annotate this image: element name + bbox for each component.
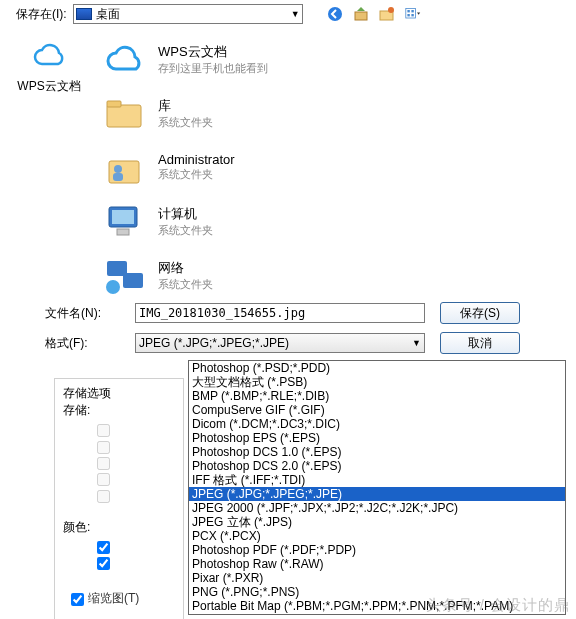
places-sidebar: WPS云文档 — [0, 28, 98, 298]
svg-point-0 — [328, 7, 342, 21]
svg-point-12 — [114, 165, 122, 173]
location-combobox[interactable]: 桌面 ▼ — [73, 4, 303, 24]
svg-rect-1 — [355, 12, 367, 20]
item-subtitle: 系统文件夹 — [158, 277, 213, 292]
item-title: 计算机 — [158, 205, 213, 223]
format-label: 格式(F): — [45, 335, 120, 352]
format-combobox[interactable]: JPEG (*.JPG;*.JPEG;*.JPE) ▼ — [135, 333, 425, 353]
svg-rect-15 — [112, 210, 134, 224]
item-title: 网络 — [158, 259, 213, 277]
format-option[interactable]: Photoshop (*.PSD;*.PDD) — [189, 361, 565, 375]
filename-row: 文件名(N): 保存(S) — [0, 298, 576, 328]
format-option[interactable]: Portable Bit Map (*.PBM;*.PGM;*.PPM;*.PN… — [189, 599, 565, 613]
svg-point-3 — [388, 7, 394, 13]
format-option[interactable]: PNG (*.PNG;*.PNS) — [189, 585, 565, 599]
svg-rect-5 — [407, 10, 409, 12]
color-caption: 颜色: — [63, 519, 175, 536]
format-option[interactable]: Photoshop PDF (*.PDF;*.PDP) — [189, 543, 565, 557]
format-option[interactable]: Scitex CT (*.SCT) — [189, 613, 565, 615]
svg-point-19 — [106, 280, 120, 294]
list-item[interactable]: 计算机系统文件夹 — [102, 196, 572, 250]
new-folder-icon[interactable] — [379, 6, 395, 22]
item-title: WPS云文档 — [158, 43, 268, 61]
store-opt-2 — [97, 439, 175, 453]
list-item[interactable]: WPS云文档存到这里手机也能看到 — [102, 34, 572, 88]
format-value: JPEG (*.JPG;*.JPEG;*.JPE) — [139, 336, 412, 350]
item-subtitle: 系统文件夹 — [158, 223, 213, 238]
location-text: 桌面 — [96, 6, 291, 23]
svg-rect-8 — [411, 14, 413, 16]
cloud-icon[interactable] — [31, 40, 67, 76]
format-option[interactable]: CompuServe GIF (*.GIF) — [189, 403, 565, 417]
folder-icon — [102, 92, 148, 134]
cancel-button[interactable]: 取消 — [440, 332, 520, 354]
options-caption: 存储选项 — [63, 386, 111, 400]
svg-rect-18 — [123, 273, 143, 288]
svg-rect-10 — [107, 101, 121, 107]
desktop-icon — [76, 8, 92, 20]
thumbnail-checkbox[interactable]: 缩览图(T) — [71, 590, 175, 607]
format-option[interactable]: BMP (*.BMP;*.RLE;*.DIB) — [189, 389, 565, 403]
format-dropdown-list[interactable]: Photoshop (*.PSD;*.PDD)大型文档格式 (*.PSB)BMP… — [188, 360, 566, 615]
computer-icon — [102, 200, 148, 242]
svg-rect-16 — [117, 229, 129, 235]
format-option[interactable]: Photoshop EPS (*.EPS) — [189, 431, 565, 445]
save-location-bar: 保存在(I): 桌面 ▼ — [0, 0, 576, 28]
save-in-label: 保存在(I): — [16, 6, 67, 23]
color-opt-2[interactable] — [97, 556, 175, 570]
list-item[interactable]: Administrator系统文件夹 — [102, 142, 572, 196]
list-item[interactable]: 库系统文件夹 — [102, 88, 572, 142]
svg-rect-13 — [113, 173, 123, 181]
format-option[interactable]: 大型文档格式 (*.PSB) — [189, 375, 565, 389]
svg-rect-7 — [407, 14, 409, 16]
svg-rect-9 — [107, 105, 141, 127]
chevron-down-icon: ▼ — [291, 9, 300, 19]
format-option[interactable]: Photoshop DCS 1.0 (*.EPS) — [189, 445, 565, 459]
store-opt-5 — [97, 488, 175, 502]
list-item[interactable]: 网络系统文件夹 — [102, 250, 572, 298]
format-option[interactable]: JPEG (*.JPG;*.JPEG;*.JPE) — [189, 487, 565, 501]
store-opt-4 — [97, 472, 175, 486]
format-option[interactable]: JPEG 立体 (*.JPS) — [189, 515, 565, 529]
toolbar-icons — [327, 6, 421, 22]
item-subtitle: 系统文件夹 — [158, 167, 235, 182]
network-icon — [102, 254, 148, 296]
format-option[interactable]: Dicom (*.DCM;*.DC3;*.DIC) — [189, 417, 565, 431]
up-icon[interactable] — [353, 6, 369, 22]
item-title: Administrator — [158, 152, 235, 167]
svg-rect-11 — [109, 161, 139, 183]
format-option[interactable]: JPEG 2000 (*.JPF;*.JPX;*.JP2;*.J2C;*.J2K… — [189, 501, 565, 515]
save-button[interactable]: 保存(S) — [440, 302, 520, 324]
sidebar-cloud-label: WPS云文档 — [17, 78, 80, 95]
filename-label: 文件名(N): — [45, 305, 120, 322]
format-option[interactable]: IFF 格式 (*.IFF;*.TDI) — [189, 473, 565, 487]
format-option[interactable]: Pixar (*.PXR) — [189, 571, 565, 585]
svg-rect-6 — [411, 10, 413, 12]
item-subtitle: 系统文件夹 — [158, 115, 213, 130]
format-option[interactable]: Photoshop Raw (*.RAW) — [189, 557, 565, 571]
user-icon — [102, 146, 148, 188]
item-title: 库 — [158, 97, 213, 115]
store-caption: 存储: — [63, 402, 175, 419]
back-icon[interactable] — [327, 6, 343, 22]
file-listing[interactable]: WPS云文档存到这里手机也能看到库系统文件夹Administrator系统文件夹… — [98, 28, 576, 298]
store-opt-3 — [97, 456, 175, 470]
format-row: 格式(F): JPEG (*.JPG;*.JPEG;*.JPE) ▼ 取消 — [0, 328, 576, 358]
save-options-panel: 存储选项 存储: 颜色: 缩览图(T) — [54, 378, 184, 619]
filename-input[interactable] — [135, 303, 425, 323]
cloud-icon — [102, 38, 148, 80]
color-opt-1[interactable] — [97, 540, 175, 554]
main-area: WPS云文档 WPS云文档存到这里手机也能看到库系统文件夹Administrat… — [0, 28, 576, 298]
item-subtitle: 存到这里手机也能看到 — [158, 61, 268, 76]
view-menu-icon[interactable] — [405, 6, 421, 22]
format-option[interactable]: PCX (*.PCX) — [189, 529, 565, 543]
svg-rect-4 — [405, 8, 415, 18]
store-opt-1 — [97, 423, 175, 437]
chevron-down-icon: ▼ — [412, 338, 421, 348]
format-option[interactable]: Photoshop DCS 2.0 (*.EPS) — [189, 459, 565, 473]
